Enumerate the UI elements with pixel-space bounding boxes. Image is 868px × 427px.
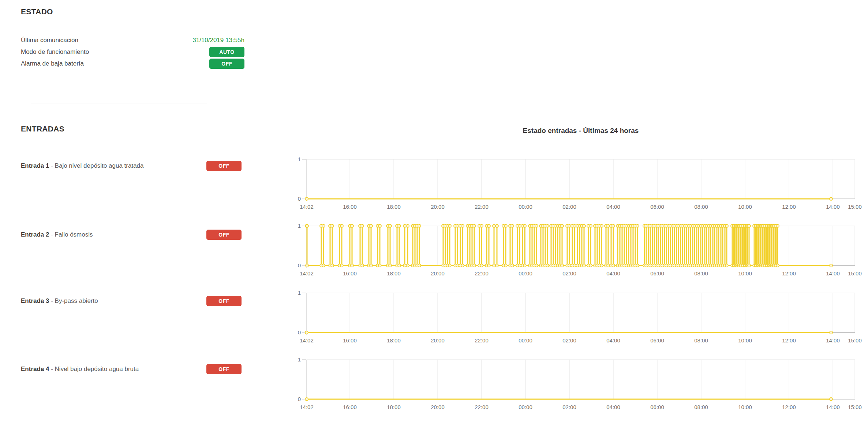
svg-text:14:02: 14:02: [300, 204, 314, 210]
svg-text:02:00: 02:00: [562, 204, 576, 210]
entrada-status-badge: OFF: [206, 364, 242, 374]
svg-text:15:00: 15:00: [848, 204, 862, 210]
svg-text:08:00: 08:00: [694, 404, 708, 410]
x-axis-labels: 14:0216:0018:0020:0022:0000:0002:0004:00…: [300, 404, 862, 410]
entrada-status-badge: OFF: [206, 296, 242, 306]
entrada-name: Entrada 3: [21, 297, 49, 304]
svg-text:0: 0: [298, 329, 301, 335]
gridlines: [302, 159, 855, 201]
svg-text:1: 1: [298, 290, 301, 296]
svg-text:22:00: 22:00: [475, 270, 489, 276]
svg-text:22:00: 22:00: [475, 204, 489, 210]
chart-entrada-4[interactable]: 1014:0216:0018:0020:0022:0000:0002:0004:…: [284, 350, 868, 412]
entrada-item-1: Entrada 1 - Bajo nivel depósito agua tra…: [21, 160, 242, 172]
svg-text:20:00: 20:00: [431, 270, 445, 276]
svg-text:16:00: 16:00: [343, 404, 357, 410]
svg-text:22:00: 22:00: [475, 337, 489, 344]
status-badge: OFF: [209, 59, 244, 69]
svg-text:14:00: 14:00: [826, 204, 840, 210]
chart-entrada-2[interactable]: 1014:0216:0018:0020:0022:0000:0002:0004:…: [284, 217, 868, 278]
svg-text:00:00: 00:00: [519, 404, 532, 410]
svg-text:15:00: 15:00: [848, 404, 862, 410]
svg-text:18:00: 18:00: [387, 204, 401, 210]
svg-text:14:02: 14:02: [300, 337, 314, 344]
entrada-description: - Bajo nivel depósito agua tratada: [49, 162, 143, 169]
chart-title: Estado entradas - Últimas 24 horas: [307, 127, 855, 135]
status-label: Última comunicación: [21, 37, 78, 44]
svg-text:0: 0: [298, 196, 301, 202]
svg-text:0: 0: [298, 396, 301, 402]
chart-canvas[interactable]: 1014:0216:0018:0020:0022:0000:0002:0004:…: [284, 150, 868, 212]
entrada-description: - By-pass abierto: [49, 297, 98, 304]
svg-text:16:00: 16:00: [343, 204, 357, 210]
svg-text:06:00: 06:00: [650, 270, 664, 276]
svg-text:04:00: 04:00: [606, 270, 620, 276]
x-axis-labels: 14:0216:0018:0020:0022:0000:0002:0004:00…: [300, 337, 862, 344]
entrada-item-4: Entrada 4 - Nivel bajo depósito agua bru…: [21, 363, 242, 375]
status-row: Modo de funcionamientoAUTO: [21, 46, 244, 58]
entrada-item-2: Entrada 2 - Fallo ósmosisOFF: [21, 229, 242, 241]
status-row: Última comunicación31/10/2019 13:55h: [21, 34, 244, 46]
chart-canvas[interactable]: 1014:0216:0018:0020:0022:0000:0002:0004:…: [284, 217, 868, 278]
svg-text:06:00: 06:00: [650, 404, 664, 410]
section-divider: [31, 104, 207, 104]
svg-text:14:02: 14:02: [300, 404, 314, 410]
entrada-label: Entrada 1 - Bajo nivel depósito agua tra…: [21, 160, 157, 172]
svg-text:12:00: 12:00: [782, 270, 796, 276]
chart-canvas[interactable]: 1014:0216:0018:0020:0022:0000:0002:0004:…: [284, 350, 868, 412]
svg-text:08:00: 08:00: [694, 270, 708, 276]
chart-entrada-3[interactable]: 1014:0216:0018:0020:0022:0000:0002:0004:…: [284, 284, 868, 345]
charts-panel: Estado entradas - Últimas 24 horas 1014:…: [284, 0, 868, 427]
svg-text:1: 1: [298, 356, 301, 363]
svg-text:14:02: 14:02: [300, 270, 314, 276]
entrada-label: Entrada 3 - By-pass abierto: [21, 295, 157, 307]
svg-text:12:00: 12:00: [782, 204, 796, 210]
svg-text:02:00: 02:00: [562, 404, 576, 410]
status-row: Alarma de baja bateríaOFF: [21, 58, 244, 70]
svg-text:12:00: 12:00: [782, 404, 796, 410]
svg-text:00:00: 00:00: [519, 270, 532, 276]
chart-canvas[interactable]: 1014:0216:0018:0020:0022:0000:0002:0004:…: [284, 284, 868, 345]
svg-text:08:00: 08:00: [694, 204, 708, 210]
entrada-name: Entrada 2: [21, 231, 49, 238]
svg-text:22:00: 22:00: [475, 404, 489, 410]
svg-text:20:00: 20:00: [431, 337, 445, 344]
entrada-name: Entrada 1: [21, 162, 49, 169]
estado-section-heading: ESTADO: [21, 7, 53, 16]
svg-text:0: 0: [298, 262, 301, 268]
x-axis-labels: 14:0216:0018:0020:0022:0000:0002:0004:00…: [300, 270, 862, 276]
entrada-description: - Fallo ósmosis: [49, 231, 93, 238]
svg-text:20:00: 20:00: [431, 204, 445, 210]
svg-text:16:00: 16:00: [343, 270, 357, 276]
svg-text:1: 1: [298, 156, 301, 162]
svg-text:02:00: 02:00: [562, 270, 576, 276]
entrada-label: Entrada 2 - Fallo ósmosis: [21, 229, 157, 241]
svg-text:04:00: 04:00: [606, 404, 620, 410]
x-axis-labels: 14:0216:0018:0020:0022:0000:0002:0004:00…: [300, 204, 862, 210]
entradas-section-heading: ENTRADAS: [21, 125, 64, 133]
entrada-item-3: Entrada 3 - By-pass abiertoOFF: [21, 295, 242, 307]
svg-text:00:00: 00:00: [519, 337, 532, 344]
svg-text:15:00: 15:00: [848, 337, 862, 344]
svg-text:08:00: 08:00: [694, 337, 708, 344]
y-axis-labels: 10: [298, 223, 301, 268]
estado-rows: Última comunicación31/10/2019 13:55hModo…: [21, 34, 244, 70]
svg-text:1: 1: [298, 223, 301, 229]
status-label: Modo de funcionamiento: [21, 48, 89, 56]
entrada-status-badge: OFF: [206, 161, 242, 171]
svg-text:18:00: 18:00: [387, 270, 401, 276]
svg-text:14:00: 14:00: [826, 337, 840, 344]
svg-text:10:00: 10:00: [738, 204, 752, 210]
chart-entrada-1[interactable]: 1014:0216:0018:0020:0022:0000:0002:0004:…: [284, 150, 868, 212]
last-communication-value: 31/10/2019 13:55h: [192, 37, 244, 44]
svg-text:00:00: 00:00: [519, 204, 532, 210]
svg-text:10:00: 10:00: [738, 337, 752, 344]
y-axis-labels: 10: [298, 356, 301, 402]
svg-text:04:00: 04:00: [606, 204, 620, 210]
y-axis-labels: 10: [298, 156, 301, 202]
svg-text:18:00: 18:00: [387, 337, 401, 344]
svg-text:14:00: 14:00: [826, 404, 840, 410]
y-axis-labels: 10: [298, 290, 301, 335]
series-line-entrada-2: [307, 226, 831, 266]
svg-text:12:00: 12:00: [782, 337, 796, 344]
